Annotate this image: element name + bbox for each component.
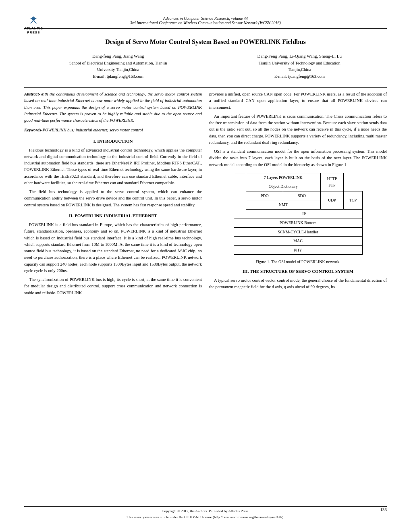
affiliation-right-1: Tianjin University of Technology and Edu… <box>257 60 342 67</box>
right-para1: provides a unified, open source CAN open… <box>209 91 387 111</box>
page-number: 133 <box>380 507 387 512</box>
affiliation-right-2: Tianjin,China <box>257 66 342 73</box>
affiliation-left-2: University Tianjin,China <box>69 66 167 73</box>
ftp-label: FTP <box>322 182 342 189</box>
section3-para1: A typical servo motor control vector con… <box>209 277 387 291</box>
authors-section: Dang-feng Pang, Jiang Wang School of Ele… <box>24 53 387 80</box>
sdo-cell: SDO <box>283 191 320 200</box>
mac-cell: MAC <box>234 237 362 246</box>
section2-para1: POWERLINK is a field bus standard in Eur… <box>24 222 202 274</box>
license-text: This is an open access article under the… <box>24 514 387 520</box>
osi-row-phy: PHY <box>234 245 362 255</box>
pdo-cell: PDO <box>246 191 283 200</box>
affiliation-left-1: School of Electrical Engineering and Aut… <box>69 60 167 67</box>
phy-cell: PHY <box>234 245 362 255</box>
nmt-cell: NMT <box>246 200 320 210</box>
atlantis-logo-icon <box>28 15 39 27</box>
osi-row-top-label: 7 Layers POWERLINK HTTP FTP <box>234 173 362 182</box>
osi-row-mac: MAC <box>234 237 362 246</box>
section1-para2: The field bus technology is applied to t… <box>24 189 202 208</box>
udp-cell: UDP <box>320 191 344 209</box>
osi-row-powerlink-bottom: POWERLINK Bottom <box>234 218 362 228</box>
page-footer: Copyright © 2017, the Authors. Published… <box>24 506 387 520</box>
abstract-label: Abstract <box>24 92 39 96</box>
header-divider <box>24 28 387 29</box>
section1-para1: Fieldbus technology is a kind of advance… <box>24 147 202 187</box>
figure-1-area: 7 Layers POWERLINK HTTP FTP Object Dicti… <box>209 173 387 265</box>
right-column: provides a unified, open source CAN open… <box>209 91 387 299</box>
section2-header: II. POWERLINK INDUSTRIAL ETHERNET <box>24 212 202 219</box>
right-para3: OSI is a standard communication model fo… <box>209 148 387 168</box>
page: ATLANTIS PRESS Advances in Computer Scie… <box>0 0 411 532</box>
author-names-right: Dang-Feng Pang, Li-Qiang Wang, Sheng-Li … <box>257 53 342 60</box>
http-label: HTTP <box>322 176 342 182</box>
section1-header: I. INTRODUCTION <box>24 138 202 145</box>
abstract: Abstract-With the continuous development… <box>24 91 202 124</box>
keywords: Keywords-POWERLINK bus; industrial ether… <box>24 127 202 133</box>
author-names-left: Dang-feng Pang, Jiang Wang <box>69 53 167 60</box>
copyright-text: Copyright © 2017, the Authors. Published… <box>24 508 387 514</box>
tcp-cell: TCP <box>344 191 362 209</box>
journal-header: Advances in Computer Science Research, v… <box>24 16 387 25</box>
object-dictionary-cell: Object Dictionary <box>246 182 320 191</box>
logo-area: ATLANTIS PRESS <box>24 15 43 34</box>
section2-para2: The synchronization of POWERLINK bus is … <box>24 276 202 296</box>
author-block-left: Dang-feng Pang, Jiang Wang School of Ele… <box>69 53 167 80</box>
journal-title: Advances in Computer Science Research, v… <box>24 16 387 21</box>
paper-title: Design of Servo Motor Control System Bas… <box>24 38 387 46</box>
authors-divider <box>24 87 387 88</box>
seven-layers-cell: 7 Layers POWERLINK <box>246 173 320 182</box>
right-para2: An important feature of POWERLINK is cro… <box>209 113 387 146</box>
keywords-text: -POWERLINK bus; industrial ethernet; ser… <box>41 128 143 132</box>
osi-left-spacer <box>234 173 246 218</box>
email-left: E-mail: tjdangfeng@163.com <box>69 73 167 80</box>
conference-title: 3rd International Conference on Wireless… <box>24 21 387 25</box>
abstract-text: Abstract-With the continuous development… <box>24 92 202 123</box>
osi-row-ip: IP <box>234 209 362 218</box>
left-column: Abstract-With the continuous development… <box>24 91 202 299</box>
author-block-right: Dang-Feng Pang, Li-Qiang Wang, Sheng-Li … <box>257 53 342 80</box>
section3-header: III. THE STRUCTURE OF SERVO CONTROL SYST… <box>209 268 387 275</box>
scnm-cell: SCNM-CYCLE-Handler <box>234 227 362 237</box>
powerlink-bottom-cell: POWERLINK Bottom <box>234 218 362 228</box>
keywords-label: Keywords <box>24 128 41 132</box>
figure-caption-text: Figure 1. The OSI model of POWERLINK net… <box>255 260 340 264</box>
osi-row-scnm: SCNM-CYCLE-Handler <box>234 227 362 237</box>
logo-text: ATLANTIS PRESS <box>24 27 43 34</box>
http-ftp-cell: HTTP FTP <box>320 173 344 191</box>
ip-cell: IP <box>246 209 362 218</box>
osi-diagram-table: 7 Layers POWERLINK HTTP FTP Object Dicti… <box>234 173 363 255</box>
email-right: E-mail: tjdangfeng@163.com <box>257 73 342 80</box>
osi-row-pdo-sdo: PDO SDO UDP TCP <box>234 191 362 200</box>
figure-1-caption: Figure 1. The OSI model of POWERLINK net… <box>209 259 387 265</box>
main-content: Abstract-With the continuous development… <box>24 91 387 299</box>
